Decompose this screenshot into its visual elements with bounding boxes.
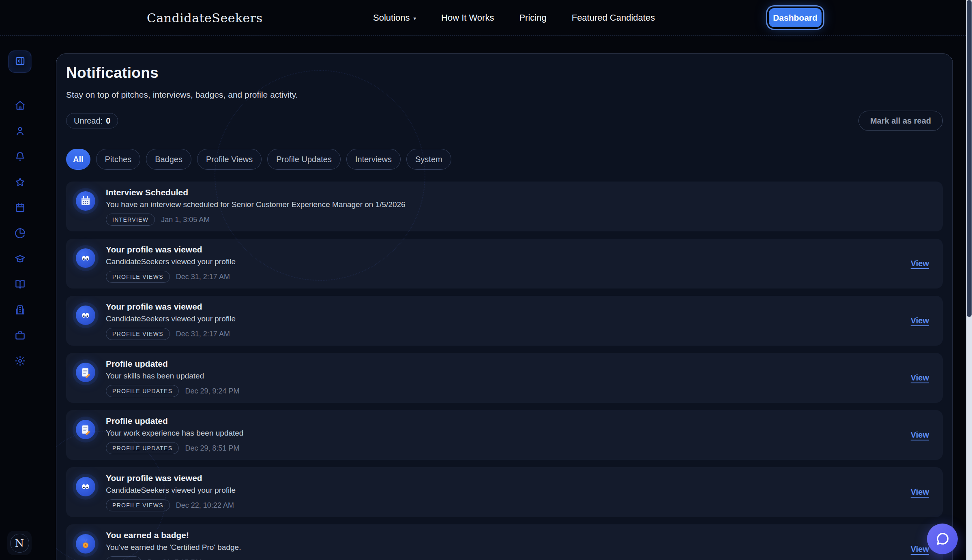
notification-card: Your profile was viewedCandidateSeekers …	[66, 467, 943, 517]
nav-link-label: Featured Candidates	[572, 13, 655, 23]
building-icon	[15, 304, 26, 315]
view-link[interactable]: View	[911, 373, 929, 383]
nav-link-featured-candidates[interactable]: Featured Candidates	[572, 13, 655, 23]
notification-timestamp: Jan 1, 3:05 AM	[161, 216, 210, 224]
notification-title: Profile updated	[106, 359, 911, 369]
settings-icon	[15, 355, 26, 366]
view-link[interactable]: View	[911, 259, 929, 268]
nav-link-pricing[interactable]: Pricing	[519, 13, 546, 23]
view-link[interactable]: View	[911, 316, 929, 325]
notification-meta: PROFILE UPDATESDec 29, 8:51 PM	[106, 442, 911, 454]
notification-meta: INTERVIEWJan 1, 3:05 AM	[106, 214, 933, 226]
unread-badge: Unread: 0	[66, 113, 118, 128]
category-badge: BADGE	[106, 556, 142, 560]
sidebar-item-bell[interactable]	[0, 144, 40, 169]
notification-description: CandidateSeekers viewed your profile	[106, 314, 911, 323]
star-icon	[15, 177, 26, 188]
notification-timestamp: Dec 31, 2:17 AM	[176, 273, 230, 281]
book-open-icon	[15, 279, 26, 290]
sidebar-item-building[interactable]	[0, 297, 40, 323]
home-icon	[15, 100, 26, 111]
mark-all-as-read-button[interactable]: Mark all as read	[858, 111, 943, 131]
notification-meta: PROFILE VIEWSDec 31, 2:17 AM	[106, 328, 911, 340]
category-badge: PROFILE UPDATES	[106, 385, 179, 397]
notification-timestamp: Dec 31, 2:17 AM	[176, 330, 230, 338]
top-navbar: CandidateSeekers Solutions▾How It WorksP…	[0, 0, 972, 36]
category-badge: PROFILE VIEWS	[106, 271, 170, 283]
avatar: N	[10, 534, 29, 553]
notification-body: Profile updatedYour skills has been upda…	[106, 359, 911, 397]
notification-card: Interview ScheduledYou have an interview…	[66, 182, 943, 231]
filter-tab-profile-views[interactable]: Profile Views	[197, 149, 262, 170]
notification-body: Interview ScheduledYou have an interview…	[106, 187, 933, 226]
panel-collapse-icon	[15, 56, 26, 68]
dashboard-button[interactable]: Dashboard	[769, 8, 822, 27]
notification-timestamp: Dec 21, 7:15 PM	[148, 558, 202, 560]
nav-link-label: How It Works	[441, 13, 494, 23]
sidebar-item-pie-chart[interactable]	[0, 220, 40, 246]
notification-timestamp: Dec 29, 8:51 PM	[185, 444, 239, 453]
sidebar-item-briefcase[interactable]	[0, 323, 40, 348]
nav-link-solutions[interactable]: Solutions▾	[373, 13, 416, 23]
filter-tabs: AllPitchesBadgesProfile ViewsProfile Upd…	[66, 149, 943, 170]
sidebar-item-user[interactable]	[0, 118, 40, 144]
eyes-icon	[76, 477, 95, 496]
sidebar-collapse-button[interactable]	[9, 51, 31, 73]
notification-description: Your skills has been updated	[106, 371, 911, 380]
main-nav: Solutions▾How It WorksPricingFeatured Ca…	[373, 0, 655, 36]
profile-avatar-button[interactable]: N	[7, 531, 32, 555]
notification-description: You've earned the 'Certified Pro' badge.	[106, 543, 911, 552]
user-icon	[15, 126, 26, 137]
notification-title: You earned a badge!	[106, 530, 911, 540]
category-badge: PROFILE UPDATES	[106, 442, 179, 454]
sidebar-item-book-open[interactable]	[0, 271, 40, 297]
sidebar-item-graduation-cap[interactable]	[0, 246, 40, 271]
calendar-event-icon	[76, 191, 95, 211]
sidebar-item-star[interactable]	[0, 169, 40, 195]
notification-title: Your profile was viewed	[106, 244, 911, 254]
calendar-icon	[15, 202, 26, 213]
filter-tab-system[interactable]: System	[406, 149, 451, 170]
icon-sidebar	[0, 36, 40, 560]
chat-fab-button[interactable]	[927, 524, 958, 554]
notification-card: Profile updatedYour skills has been upda…	[66, 353, 943, 403]
filter-tab-badges[interactable]: Badges	[146, 149, 191, 170]
notification-description: CandidateSeekers viewed your profile	[106, 485, 911, 495]
bell-icon	[15, 151, 26, 162]
view-link[interactable]: View	[911, 430, 929, 440]
view-link[interactable]: View	[911, 545, 929, 554]
view-link[interactable]: View	[911, 487, 929, 497]
chevron-down-icon: ▾	[414, 15, 416, 21]
memo-icon	[76, 363, 95, 382]
notification-description: You have an interview scheduled for Seni…	[106, 200, 933, 209]
notification-meta: PROFILE UPDATESDec 29, 9:24 PM	[106, 385, 911, 397]
unread-label: Unread:	[74, 116, 103, 126]
notification-list: Interview ScheduledYou have an interview…	[66, 182, 943, 560]
nav-link-how-it-works[interactable]: How It Works	[441, 13, 494, 23]
eyes-icon	[76, 248, 95, 268]
notifications-panel: Notifications Stay on top of pitches, in…	[56, 53, 953, 560]
notification-card: Profile updatedYour work experience has …	[66, 410, 943, 460]
filter-tab-profile-updates[interactable]: Profile Updates	[267, 149, 341, 170]
chat-bubble-icon	[935, 531, 950, 547]
notification-body: Your profile was viewedCandidateSeekers …	[106, 301, 911, 340]
sidebar-item-home[interactable]	[0, 93, 40, 118]
notification-body: Profile updatedYour work experience has …	[106, 416, 911, 454]
notification-meta: PROFILE VIEWSDec 22, 10:22 AM	[106, 499, 911, 511]
filter-tab-all[interactable]: All	[66, 149, 90, 170]
page-scrollbar-thumb[interactable]	[967, 0, 972, 317]
filter-tab-interviews[interactable]: Interviews	[346, 149, 401, 170]
nav-link-label: Pricing	[519, 13, 546, 23]
sidebar-item-calendar[interactable]	[0, 195, 40, 220]
filter-tab-pitches[interactable]: Pitches	[96, 149, 141, 170]
memo-icon	[76, 420, 95, 439]
medal-icon	[76, 534, 95, 554]
status-row: Unread: 0 Mark all as read	[66, 111, 943, 131]
eyes-icon	[76, 306, 95, 325]
sidebar-item-settings[interactable]	[0, 348, 40, 374]
brand-logo[interactable]: CandidateSeekers	[147, 0, 263, 36]
notification-card: You earned a badge!You've earned the 'Ce…	[66, 524, 943, 560]
notification-body: Your profile was viewedCandidateSeekers …	[106, 244, 911, 283]
category-badge: PROFILE VIEWS	[106, 328, 170, 340]
notification-meta: BADGEDec 21, 7:15 PM	[106, 556, 911, 560]
